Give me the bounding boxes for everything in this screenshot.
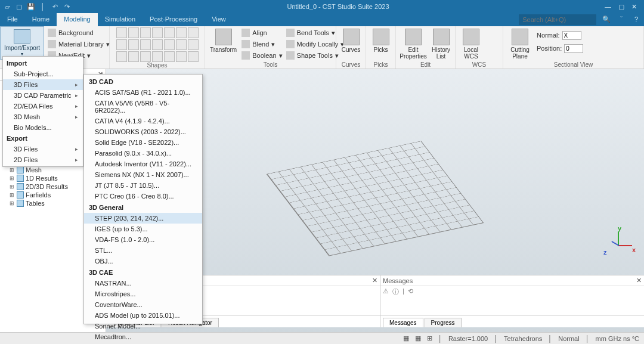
submenu-item[interactable]: Siemens NX (NX 1 - NX 2007)...	[84, 169, 202, 180]
submenu-item[interactable]: Solid Edge (V18 - SE2022)...	[84, 137, 202, 148]
menu-item[interactable]: Bio Models...	[3, 122, 83, 133]
tab-file[interactable]: File	[0, 13, 25, 26]
local-wcs-button[interactable]: Local WCS	[459, 27, 483, 61]
transform-button[interactable]: Transform	[209, 27, 238, 54]
submenu-item[interactable]: CATIA V5/V6 (V5R8 - V5-6R2022)...	[84, 98, 202, 116]
local-wcs-icon	[463, 29, 479, 45]
submenu-item[interactable]: PTC Creo (16 - Creo 8.0)...	[84, 191, 202, 202]
curves-icon	[343, 29, 360, 45]
messages-tab[interactable]: Messages	[383, 318, 423, 327]
ribbon: Background Material Library ▾ New/Edit ▾…	[0, 26, 644, 69]
menu-item[interactable]: 2D/EDA Files▸	[3, 101, 83, 111]
status-units: mm GHz ns °C	[596, 335, 639, 342]
background-icon	[48, 29, 56, 37]
qat-sep: │	[38, 2, 48, 11]
ribbon-collapse-icon[interactable]: ˇ	[614, 13, 628, 26]
menu-item[interactable]: Sub-Project...	[3, 69, 83, 79]
wcs-sub2-icon[interactable]	[487, 41, 496, 51]
titlebar: ▱ ▢ 💾 │ ↶ ↷ Untitled_0 - CST Studio Suit…	[0, 0, 644, 13]
edit-properties-icon	[405, 29, 422, 45]
param-close-icon[interactable]: ✕	[372, 277, 377, 284]
cutting-plane-button[interactable]: Cutting Plane	[507, 27, 533, 61]
shape-tools-icon	[286, 51, 295, 60]
background-button[interactable]: Background	[48, 27, 110, 38]
search-icon[interactable]: 🔍	[599, 13, 614, 26]
position-input[interactable]	[564, 44, 583, 53]
search-input[interactable]	[519, 14, 596, 25]
qat-redo-icon[interactable]: ↷	[62, 2, 72, 11]
axis-z-label: z	[603, 249, 607, 256]
submenu-item[interactable]: CoventorWare...	[84, 299, 202, 310]
history-icon	[433, 29, 450, 45]
boolean-button[interactable]: Boolean ▾	[242, 50, 282, 61]
menu-item[interactable]: 2D Files▸	[3, 154, 83, 165]
axis-y-label: y	[618, 225, 621, 232]
submenu-item[interactable]: STEP (203, 214, 242)...	[84, 213, 202, 224]
submenu-item[interactable]: ACIS SAT/SAB (R1 - 2021 1.0)...	[84, 87, 202, 98]
import-export-menu: Import Sub-Project...3D Files▸3D CAD Par…	[2, 56, 83, 167]
msg-clear-icon[interactable]: ⟲	[408, 287, 413, 296]
submenu-item[interactable]: OBJ...	[84, 256, 202, 266]
status-plane-icon[interactable]: ▦	[403, 334, 409, 342]
tab-simulation[interactable]: Simulation	[98, 13, 143, 26]
blend-button[interactable]: Blend ▾	[242, 39, 282, 49]
submenu-item[interactable]: Parasolid (9.0.x - 34.0.x)...	[84, 148, 202, 159]
bend-tools-button[interactable]: Bend Tools ▾	[286, 27, 345, 38]
status-snap-icon[interactable]: ⊞	[427, 334, 432, 342]
qat-new-icon[interactable]: ▱	[2, 2, 12, 11]
status-mode: Normal	[558, 335, 579, 342]
cutting-plane-icon	[512, 29, 528, 45]
wcs-sub1-icon[interactable]	[487, 31, 496, 41]
shape-tools-button[interactable]: Shape Tools ▾	[286, 50, 345, 61]
submenu-item[interactable]: ADS Model (up to 2015.01)...	[84, 310, 202, 321]
axis-triad: y x z	[600, 225, 636, 261]
status-plane2-icon[interactable]: ▦	[415, 334, 421, 342]
minimize-button[interactable]: —	[605, 3, 611, 11]
material-library-button[interactable]: Material Library ▾	[48, 39, 110, 49]
menu-item[interactable]: 3D Files▸	[3, 144, 83, 154]
submenu-item[interactable]: STL...	[84, 245, 202, 256]
submenu-item[interactable]: VDA-FS (1.0 - 2.0)...	[84, 234, 202, 245]
picks-button[interactable]: Picks	[370, 27, 392, 54]
msg-info-icon[interactable]: ⓘ	[392, 287, 399, 296]
history-list-button[interactable]: History List	[431, 27, 451, 61]
progress-tab[interactable]: Progress	[425, 318, 462, 327]
qat-undo-icon[interactable]: ↶	[50, 2, 60, 11]
import-export-button[interactable]: Import/Export ▾	[0, 26, 44, 60]
normal-label: Normal:	[537, 32, 560, 39]
submenu-item[interactable]: JT (JT 8.5 - JT 10.5)...	[84, 180, 202, 191]
status-raster: Raster=1.000	[448, 335, 488, 342]
submenu-item[interactable]: IGES (up to 5.3)...	[84, 224, 202, 234]
tab-modeling[interactable]: Modeling	[57, 13, 98, 26]
import-header: Import	[3, 58, 83, 69]
tab-postprocessing[interactable]: Post-Processing	[143, 13, 205, 26]
curves-button[interactable]: Curves	[340, 27, 362, 54]
submenu-item[interactable]: Microstripes...	[84, 289, 202, 299]
tab-home[interactable]: Home	[25, 13, 57, 26]
maximize-button[interactable]: ▢	[618, 3, 624, 11]
normal-input[interactable]	[562, 31, 581, 40]
material-library-icon	[48, 40, 56, 48]
messages-close-icon[interactable]: ✕	[636, 277, 642, 284]
submenu-item[interactable]: Sonnet Model...	[84, 321, 202, 331]
submenu-item[interactable]: CATIA V4 (4.1.9 - 4.2.4)...	[84, 116, 202, 126]
edit-properties-button[interactable]: Edit Properties	[400, 27, 427, 61]
submenu-item[interactable]: SOLIDWORKS (2003 - 2022)...	[84, 126, 202, 137]
window-title: Untitled_0 - CST Studio Suite 2023	[72, 3, 605, 10]
submenu-item[interactable]: Autodesk Inventor (V11 - 2022)...	[84, 159, 202, 169]
tab-view[interactable]: View	[205, 13, 233, 26]
close-button[interactable]: ✕	[631, 3, 637, 11]
align-button[interactable]: Align	[242, 27, 282, 38]
menu-item[interactable]: 3D Mesh▸	[3, 111, 83, 122]
blend-icon	[242, 40, 250, 48]
qat-open-icon[interactable]: ▢	[14, 2, 24, 11]
modify-locally-button[interactable]: Modify Locally ▾	[286, 39, 345, 49]
qat-save-icon[interactable]: 💾	[26, 2, 36, 11]
submenu-item[interactable]: NASTRAN...	[84, 278, 202, 289]
submenu-item[interactable]: Mecadtron...	[84, 331, 202, 342]
shapes-gallery[interactable]	[116, 27, 199, 62]
menu-item[interactable]: 3D CAD Parametric▸	[3, 90, 83, 101]
menu-item[interactable]: 3D Files▸	[3, 79, 83, 90]
help-icon[interactable]: ?	[628, 13, 644, 26]
msg-warn-icon[interactable]: ⚠	[383, 287, 389, 296]
